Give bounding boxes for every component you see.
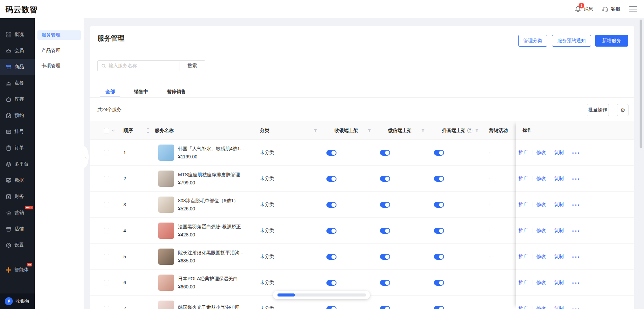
edit-link[interactable]: 修改 <box>536 176 546 182</box>
promote-link[interactable]: 推广 <box>519 254 528 260</box>
wechat-toggle[interactable] <box>380 228 390 234</box>
sidebar-item-data[interactable]: 数据 <box>0 172 35 188</box>
more-actions-icon[interactable]: ••• <box>572 306 581 309</box>
search-button[interactable]: 搜索 <box>179 60 205 71</box>
promote-link[interactable]: 推广 <box>519 306 528 309</box>
copy-link[interactable]: 复制 <box>554 228 564 234</box>
edit-link[interactable]: 修改 <box>536 202 546 208</box>
sort-asc-icon[interactable] <box>147 128 149 129</box>
wechat-filter-icon[interactable] <box>421 121 425 140</box>
manage-category-button[interactable]: 管理分类 <box>518 35 547 47</box>
douyin-toggle[interactable] <box>434 150 444 156</box>
select-all-checkbox[interactable] <box>104 128 109 133</box>
submenu-item-service[interactable]: 服务管理 <box>37 30 81 40</box>
sidebar-item-finance[interactable]: 财务 <box>0 188 35 205</box>
douyin-filter-icon[interactable] <box>475 121 479 140</box>
sidebar-item-members[interactable]: 会员 <box>0 43 35 59</box>
row-checkbox[interactable] <box>104 254 109 259</box>
douyin-toggle[interactable] <box>434 176 444 182</box>
submenu-item-card[interactable]: 卡项管理 <box>37 61 81 71</box>
category-filter-icon[interactable] <box>314 121 317 140</box>
wechat-toggle[interactable] <box>380 150 390 156</box>
row-checkbox[interactable] <box>104 228 109 233</box>
sidebar-item-queue[interactable]: 排号 <box>0 124 35 140</box>
sidebar-item-marketing[interactable]: 营销 HOT <box>0 205 35 221</box>
edit-link[interactable]: 修改 <box>536 306 546 309</box>
sidebar-item-shop[interactable]: 店铺 <box>0 221 35 237</box>
cashier-toggle[interactable] <box>326 202 336 208</box>
sidebar-collapse-handle[interactable]: ‹ <box>84 146 89 168</box>
service-booking-notify-button[interactable]: 服务预约通知 <box>552 35 591 47</box>
douyin-toggle[interactable] <box>434 202 444 208</box>
submenu-item-product[interactable]: 产品管理 <box>37 46 81 55</box>
douyin-toggle[interactable] <box>434 306 444 309</box>
sidebar-item-overview[interactable]: 概况 <box>0 26 35 43</box>
add-service-button[interactable]: 新增服务 <box>595 35 628 47</box>
cashier-entry[interactable]: ¥ 收银台 <box>0 293 35 309</box>
wechat-toggle[interactable] <box>380 202 390 208</box>
cashier-filter-icon[interactable] <box>368 121 371 140</box>
sidebar-item-multiplatform[interactable]: 多平台 <box>0 156 35 172</box>
row-checkbox[interactable] <box>104 202 109 207</box>
copy-link[interactable]: 复制 <box>554 254 564 260</box>
tab-all[interactable]: 全部 <box>100 86 120 97</box>
promote-link[interactable]: 推广 <box>519 228 528 234</box>
sidebar-item-goods[interactable]: 商品 <box>0 59 35 75</box>
sort-desc-icon[interactable] <box>147 132 149 133</box>
wechat-toggle[interactable] <box>380 280 390 286</box>
search-input[interactable]: 输入服务名称 <box>97 60 179 71</box>
edit-link[interactable]: 修改 <box>536 150 546 156</box>
copy-link[interactable]: 复制 <box>554 202 564 208</box>
copy-link[interactable]: 复制 <box>554 150 564 156</box>
edit-link[interactable]: 修改 <box>536 280 546 286</box>
more-actions-icon[interactable]: ••• <box>572 150 581 155</box>
tab-on-sale[interactable]: 销售中 <box>128 86 153 97</box>
wechat-toggle[interactable] <box>380 306 390 309</box>
edit-link[interactable]: 修改 <box>536 254 546 260</box>
more-actions-icon[interactable]: ••• <box>572 228 581 233</box>
row-checkbox[interactable] <box>104 150 109 155</box>
cashier-toggle[interactable] <box>326 176 336 182</box>
hscroll-track[interactable] <box>277 293 366 297</box>
more-actions-icon[interactable]: ••• <box>572 254 581 259</box>
row-checkbox[interactable] <box>104 176 109 181</box>
bulk-action-button[interactable]: 批量操作 <box>587 104 609 116</box>
promote-link[interactable]: 推广 <box>519 280 528 286</box>
cashier-toggle[interactable] <box>326 228 336 234</box>
sidebar-item-orders[interactable]: 订单 <box>0 140 35 156</box>
select-menu-chevron-icon[interactable] <box>112 121 115 140</box>
more-actions-icon[interactable]: ••• <box>572 202 581 207</box>
copy-link[interactable]: 复制 <box>554 176 564 182</box>
support-menu[interactable]: 客服 <box>602 6 620 12</box>
cashier-toggle[interactable] <box>326 280 336 286</box>
copy-link[interactable]: 复制 <box>554 306 564 309</box>
promote-link[interactable]: 推广 <box>519 150 528 156</box>
sort-control[interactable] <box>147 121 149 140</box>
table-settings-button[interactable]: ⚙ <box>617 104 628 116</box>
douyin-toggle[interactable] <box>434 228 444 234</box>
cashier-toggle[interactable] <box>326 306 336 309</box>
sidebar-item-booking[interactable]: 预约 <box>0 107 35 124</box>
wechat-toggle[interactable] <box>380 176 390 182</box>
cashier-toggle[interactable] <box>326 254 336 260</box>
sidebar-item-settings[interactable]: 设置 <box>0 237 35 253</box>
douyin-toggle[interactable] <box>434 254 444 260</box>
promote-link[interactable]: 推广 <box>519 202 528 208</box>
more-actions-icon[interactable]: ••• <box>572 176 581 181</box>
vertical-scrollbar-thumb[interactable] <box>640 20 642 148</box>
promote-link[interactable]: 推广 <box>519 176 528 182</box>
tab-paused[interactable]: 暂停销售 <box>162 86 191 97</box>
row-checkbox[interactable] <box>104 306 109 309</box>
edit-link[interactable]: 修改 <box>536 228 546 234</box>
cashier-toggle[interactable] <box>326 150 336 156</box>
sidebar-item-ai-agent[interactable]: 智能体 AI <box>0 262 35 278</box>
row-checkbox[interactable] <box>104 280 109 285</box>
copy-link[interactable]: 复制 <box>554 280 564 286</box>
help-icon[interactable]: ? <box>467 128 472 133</box>
sidebar-item-inventory[interactable]: 库存 <box>0 91 35 107</box>
hscroll-thumb[interactable] <box>277 293 295 297</box>
sidebar-item-dining[interactable]: 点餐 <box>0 75 35 91</box>
wechat-toggle[interactable] <box>380 254 390 260</box>
douyin-toggle[interactable] <box>434 280 444 286</box>
horizontal-scrollbar[interactable] <box>273 291 370 299</box>
